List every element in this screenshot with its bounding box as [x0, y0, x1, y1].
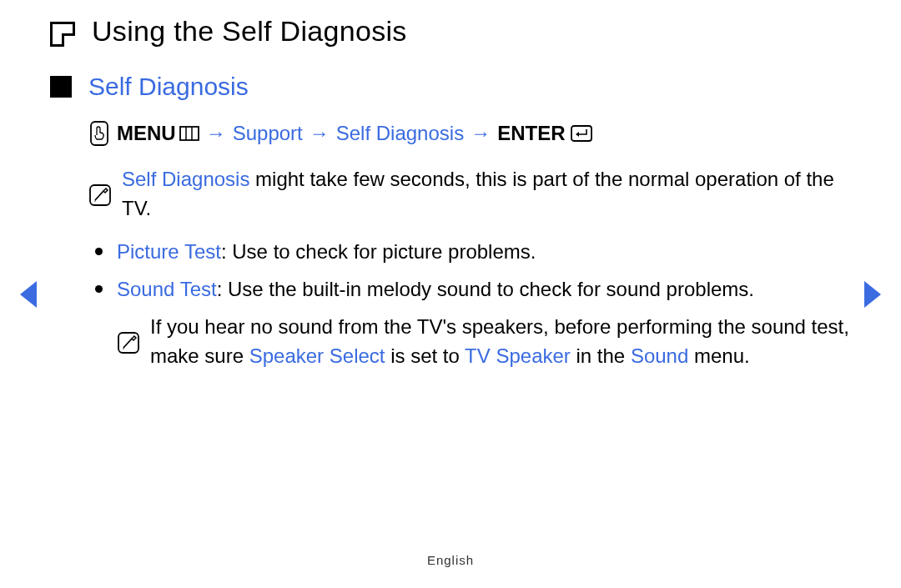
svg-marker-1 — [864, 281, 881, 308]
note-icon — [88, 167, 112, 224]
path-arrow: → — [206, 119, 226, 148]
menu-path: MENU → Support → Self Diagnosis → ENTER — [88, 119, 851, 148]
sound-test-label: Sound Test — [117, 278, 217, 300]
sub-note-row: If you hear no sound from the TV's speak… — [117, 313, 851, 371]
path-self-diagnosis: Self Diagnosis — [336, 119, 464, 148]
section-bullet-icon — [50, 76, 72, 98]
note-text: Self Diagnosis might take few seconds, t… — [122, 165, 851, 224]
svg-rect-3 — [180, 127, 199, 140]
prev-page-arrow[interactable] — [17, 279, 40, 313]
section-heading-row: Self Diagnosis — [50, 73, 851, 101]
picture-test-label: Picture Test — [117, 240, 221, 263]
note-highlight: Self Diagnosis — [122, 168, 249, 190]
note-icon — [117, 314, 140, 371]
list-item: Sound Test: Use the built-in melody soun… — [93, 275, 851, 370]
feature-list: Picture Test: Use to check for picture p… — [88, 238, 851, 370]
subnote-p3: in the — [571, 344, 631, 367]
footer-language: English — [0, 553, 901, 567]
speaker-select-label: Speaker Select — [249, 344, 385, 367]
sound-test-desc: : Use the built-in melody sound to check… — [217, 278, 754, 300]
svg-rect-2 — [91, 122, 108, 145]
page-title: Using the Self Diagnosis — [92, 15, 407, 48]
path-arrow: → — [310, 119, 330, 148]
menu-label: MENU — [117, 119, 176, 148]
subnote-p2: is set to — [385, 344, 465, 367]
enter-key-icon — [571, 125, 592, 142]
note-row: Self Diagnosis might take few seconds, t… — [88, 165, 851, 224]
path-support: Support — [233, 119, 303, 148]
svg-rect-6 — [571, 126, 591, 141]
svg-marker-7 — [576, 132, 579, 137]
sound-menu-label: Sound — [631, 344, 688, 367]
remote-hand-icon — [88, 121, 110, 146]
picture-test-desc: : Use to check for picture problems. — [221, 240, 536, 263]
chapter-icon — [50, 22, 75, 47]
path-arrow: → — [471, 119, 491, 148]
subnote-p4: menu. — [688, 344, 749, 367]
page-title-row: Using the Self Diagnosis — [50, 15, 851, 48]
sub-note-text: If you hear no sound from the TV's speak… — [150, 313, 851, 371]
enter-label: ENTER — [497, 119, 565, 148]
next-page-arrow[interactable] — [861, 279, 884, 313]
list-item: Picture Test: Use to check for picture p… — [93, 238, 851, 267]
section-title: Self Diagnosis — [88, 73, 249, 101]
svg-marker-0 — [20, 281, 37, 308]
menu-grid-icon — [179, 126, 199, 141]
tv-speaker-label: TV Speaker — [465, 344, 571, 367]
